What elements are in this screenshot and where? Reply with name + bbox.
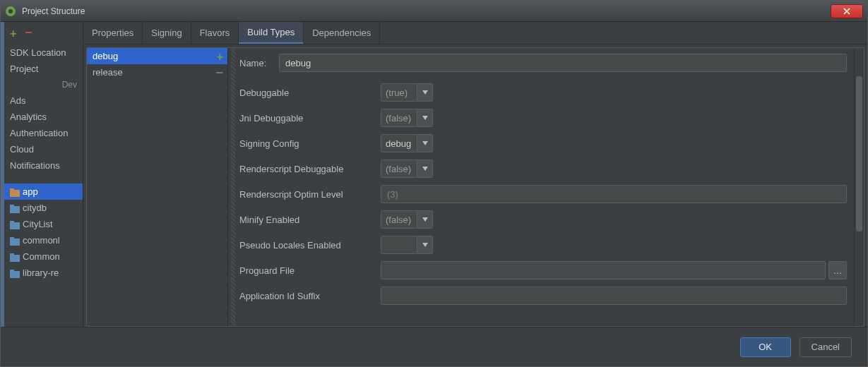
- form-row-renderscript-optim-level: Renderscript Optim Level: [239, 185, 847, 203]
- module-icon: [10, 270, 20, 278]
- svg-rect-13: [10, 270, 14, 272]
- field-label: Proguard File: [239, 265, 381, 276]
- build-types-list: debug release + −: [87, 48, 228, 326]
- browse-button[interactable]: …: [828, 261, 847, 279]
- chevron-down-icon: [422, 167, 428, 171]
- combo-value[interactable]: (false): [381, 109, 417, 127]
- combo-value[interactable]: [381, 236, 417, 254]
- module-item-library-re[interactable]: library-re: [4, 265, 83, 281]
- module-label: app: [23, 186, 38, 197]
- module-item-common[interactable]: Common: [4, 248, 83, 265]
- remove-module-button[interactable]: −: [25, 28, 32, 40]
- tab-dependencies[interactable]: Dependencies: [304, 22, 380, 44]
- tab-build-types[interactable]: Build Types: [239, 22, 304, 44]
- sidebar-spacer: [4, 174, 83, 184]
- combo-dropdown-button[interactable]: [417, 134, 433, 152]
- text-input[interactable]: [381, 185, 847, 203]
- tabs: Properties Signing Flavors Build Types D…: [83, 22, 867, 44]
- form-row-renderscript-debuggable: Renderscript Debuggable(false): [239, 160, 847, 178]
- window-title: Project Structure: [22, 6, 831, 16]
- field-label: Jni Debuggable: [239, 113, 381, 124]
- field-label: Signing Config: [239, 138, 381, 149]
- module-label: CityList: [23, 219, 53, 229]
- module-item-commonl[interactable]: commonl: [4, 232, 83, 248]
- sidebar-item-ads[interactable]: Ads: [4, 92, 83, 109]
- module-label: Common: [23, 251, 60, 262]
- module-icon: [10, 253, 20, 262]
- build-type-debug[interactable]: debug: [87, 48, 227, 64]
- tab-flavors[interactable]: Flavors: [191, 22, 239, 44]
- chevron-down-icon: [422, 217, 428, 222]
- form-row-signing-config: Signing Configdebug: [239, 134, 847, 152]
- build-type-release[interactable]: release: [87, 64, 227, 80]
- scrollbar[interactable]: [854, 48, 864, 326]
- combo-value[interactable]: (true): [381, 83, 417, 102]
- chevron-down-icon: [422, 116, 428, 120]
- project-structure-dialog: Project Structure + − SDK Location Proje…: [0, 0, 868, 367]
- chevron-down-icon: [422, 90, 428, 95]
- sidebar-item-cloud[interactable]: Cloud: [4, 141, 83, 157]
- add-build-type-button[interactable]: +: [217, 51, 223, 64]
- close-icon: [843, 7, 851, 16]
- sidebar-item-project[interactable]: Project: [4, 61, 83, 77]
- svg-rect-11: [10, 253, 14, 256]
- tab-signing[interactable]: Signing: [143, 22, 191, 44]
- dialog-body: + − SDK Location Project Dev Ads Analyti…: [1, 22, 867, 327]
- combo-dropdown-button[interactable]: [417, 160, 433, 178]
- titlebar: Project Structure: [1, 1, 867, 22]
- sidebar-toolbar: + −: [4, 26, 83, 44]
- name-input[interactable]: [279, 54, 847, 72]
- combo-value[interactable]: (false): [381, 210, 417, 229]
- form-row-proguard-file: Proguard File…: [239, 261, 847, 279]
- combo-dropdown-button[interactable]: [417, 83, 433, 102]
- form-gutter: [231, 48, 235, 326]
- sidebar-item-notifications[interactable]: Notifications: [4, 157, 83, 174]
- module-label: library-re: [23, 267, 59, 278]
- combo-dropdown-button[interactable]: [417, 109, 433, 127]
- name-label: Name:: [239, 58, 279, 68]
- field-label: Minify Enabled: [239, 215, 381, 225]
- main-panel: Properties Signing Flavors Build Types D…: [83, 22, 867, 327]
- field-label: Renderscript Optim Level: [239, 189, 381, 200]
- sidebar-section-label: Dev: [4, 77, 83, 92]
- sidebar-item-analytics[interactable]: Analytics: [4, 109, 83, 125]
- dialog-footer: OK Cancel: [1, 327, 867, 366]
- module-icon: [10, 188, 20, 197]
- module-item-app[interactable]: app: [4, 184, 83, 200]
- svg-rect-5: [10, 205, 14, 207]
- add-module-button[interactable]: +: [10, 28, 16, 40]
- content-area: debug release + − Name: Debuggable(true)…: [86, 47, 864, 327]
- combo-dropdown-button[interactable]: [417, 210, 433, 229]
- form-row-minify-enabled: Minify Enabled(false): [239, 210, 847, 229]
- field-label: Pseudo Locales Enabled: [239, 240, 381, 251]
- field-label: Debuggable: [239, 88, 381, 98]
- svg-rect-7: [10, 221, 14, 224]
- scrollbar-thumb[interactable]: [856, 76, 862, 231]
- chevron-down-icon: [422, 243, 428, 247]
- close-button[interactable]: [831, 4, 863, 18]
- module-icon: [10, 221, 20, 229]
- module-icon: [10, 205, 20, 213]
- build-type-form: Name: Debuggable(true)Jni Debuggable(fal…: [228, 48, 854, 326]
- cancel-button[interactable]: Cancel: [799, 337, 852, 357]
- remove-build-type-button: −: [215, 68, 223, 78]
- module-icon: [10, 237, 20, 246]
- svg-rect-9: [10, 237, 14, 240]
- text-input[interactable]: [381, 287, 847, 305]
- tab-properties[interactable]: Properties: [83, 22, 143, 44]
- field-label: Renderscript Debuggable: [239, 164, 381, 174]
- sidebar-item-sdk-location[interactable]: SDK Location: [4, 44, 83, 61]
- field-label: Application Id Suffix: [239, 291, 381, 301]
- ok-button[interactable]: OK: [740, 337, 791, 357]
- chevron-down-icon: [422, 141, 428, 145]
- module-item-citydb[interactable]: citydb: [4, 200, 83, 216]
- combo-dropdown-button[interactable]: [417, 236, 433, 254]
- combo-value[interactable]: (false): [381, 160, 417, 178]
- module-item-citylist[interactable]: CityList: [4, 216, 83, 232]
- sidebar: + − SDK Location Project Dev Ads Analyti…: [4, 22, 83, 327]
- svg-rect-3: [10, 188, 14, 191]
- text-input[interactable]: [381, 261, 826, 279]
- combo-value[interactable]: debug: [381, 134, 417, 152]
- svg-point-1: [8, 9, 13, 13]
- sidebar-item-authentication[interactable]: Authentication: [4, 125, 83, 141]
